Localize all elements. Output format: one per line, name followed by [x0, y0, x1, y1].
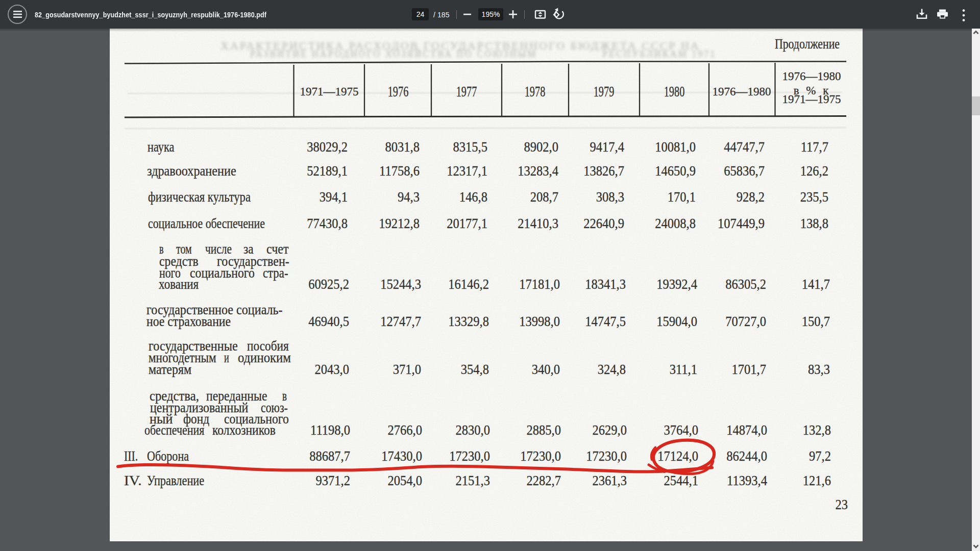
svg-text:132,8: 132,8	[803, 422, 831, 438]
svg-text:1976—1980: 1976—1980	[782, 70, 841, 83]
svg-text:19392,4: 19392,4	[656, 277, 697, 292]
svg-text:138,8: 138,8	[800, 216, 828, 231]
svg-text:IV.: IV.	[124, 472, 142, 488]
svg-text:20177,1: 20177,1	[447, 216, 487, 231]
svg-text:12317,1: 12317,1	[447, 163, 487, 179]
svg-text:146,8: 146,8	[459, 189, 487, 205]
svg-text:8902,0: 8902,0	[524, 139, 558, 155]
svg-text:Продолжение: Продолжение	[775, 36, 840, 51]
svg-text:14874,0: 14874,0	[726, 422, 767, 438]
svg-text:21410,3: 21410,3	[518, 216, 558, 231]
svg-text:17230,0: 17230,0	[520, 448, 561, 464]
svg-text:11198,0: 11198,0	[310, 422, 350, 438]
svg-text:ное страхование: ное страхование	[146, 313, 231, 329]
svg-text:10081,0: 10081,0	[655, 139, 696, 155]
svg-text:2151,3: 2151,3	[455, 473, 490, 488]
svg-text:15904,0: 15904,0	[656, 314, 697, 329]
svg-text:70727,0: 70727,0	[725, 314, 766, 329]
svg-text:13998,0: 13998,0	[519, 314, 560, 329]
svg-text:2282,7: 2282,7	[526, 473, 561, 488]
svg-text:1980: 1980	[664, 84, 685, 99]
svg-text:11393,4: 11393,4	[727, 473, 767, 488]
svg-text:9371,2: 9371,2	[315, 473, 350, 488]
svg-text:III.: III.	[124, 448, 138, 463]
svg-text:РАЗВИТИЕ НАРОДНОГО ХОЗЯЙСТВА П: РАЗВИТИЕ НАРОДНОГО ХОЗЯЙСТВА ПО СОЮЗНЫМ	[250, 49, 537, 59]
svg-text:88687,7: 88687,7	[309, 448, 350, 464]
svg-text:колхозников: колхозников	[212, 422, 276, 438]
svg-text:здравоохранение: здравоохранение	[147, 163, 236, 179]
svg-text:86305,2: 86305,2	[725, 277, 766, 292]
svg-text:8031,8: 8031,8	[385, 139, 420, 155]
svg-text:11758,6: 11758,6	[379, 163, 420, 179]
svg-text:86244,0: 86244,0	[726, 448, 767, 464]
svg-text:928,2: 928,2	[737, 189, 765, 205]
svg-text:22640,9: 22640,9	[583, 216, 624, 231]
svg-text:117,7: 117,7	[801, 139, 828, 155]
svg-text:14747,5: 14747,5	[585, 314, 626, 329]
svg-text:97,2: 97,2	[809, 448, 831, 464]
svg-text:208,7: 208,7	[530, 189, 558, 205]
svg-text:наука: наука	[148, 139, 174, 155]
svg-text:19212,8: 19212,8	[379, 216, 420, 231]
svg-text:235,5: 235,5	[800, 189, 828, 205]
svg-text:44747,7: 44747,7	[724, 139, 765, 155]
svg-text:65836,7: 65836,7	[724, 163, 765, 179]
svg-text:12747,7: 12747,7	[380, 314, 421, 329]
svg-text:94,3: 94,3	[398, 189, 420, 205]
svg-text:13329,8: 13329,8	[448, 314, 489, 329]
svg-text:340,0: 340,0	[532, 362, 560, 377]
svg-text:121,6: 121,6	[803, 473, 831, 488]
svg-text:83,3: 83,3	[808, 362, 830, 377]
svg-text:17230,0: 17230,0	[586, 448, 627, 464]
svg-text:одиноким: одиноким	[238, 349, 291, 366]
svg-text:107449,9: 107449,9	[718, 216, 765, 231]
svg-text:13283,4: 13283,4	[518, 163, 558, 179]
svg-text:социального: социального	[190, 265, 255, 281]
svg-text:46940,5: 46940,5	[308, 314, 349, 329]
svg-text:18341,3: 18341,3	[585, 277, 626, 292]
svg-text:38029,2: 38029,2	[307, 139, 348, 155]
svg-text:324,8: 324,8	[598, 362, 626, 377]
svg-text:2043,0: 2043,0	[314, 362, 349, 377]
svg-text:17181,0: 17181,0	[519, 277, 560, 292]
svg-text:13826,7: 13826,7	[583, 163, 624, 179]
svg-text:17124,0: 17124,0	[657, 448, 698, 464]
svg-text:354,8: 354,8	[461, 362, 489, 377]
svg-text:1976—1980: 1976—1980	[713, 85, 771, 98]
svg-text:9417,4: 9417,4	[590, 139, 624, 155]
svg-text:16146,2: 16146,2	[448, 277, 489, 292]
svg-text:физическая культура: физическая культура	[148, 189, 251, 205]
svg-text:141,7: 141,7	[802, 277, 830, 292]
svg-text:17230,0: 17230,0	[449, 448, 490, 464]
svg-text:150,7: 150,7	[802, 314, 830, 329]
svg-text:311,1: 311,1	[670, 362, 697, 377]
svg-text:хования: хования	[159, 276, 199, 292]
svg-text:2361,3: 2361,3	[592, 473, 627, 488]
svg-text:15244,3: 15244,3	[380, 277, 421, 292]
svg-text:2830,0: 2830,0	[455, 422, 490, 438]
svg-text:23: 23	[835, 497, 848, 512]
svg-text:8315,5: 8315,5	[453, 139, 487, 155]
svg-text:Оборона: Оборона	[147, 448, 189, 464]
svg-text:24008,8: 24008,8	[655, 216, 696, 231]
svg-text:126,2: 126,2	[800, 163, 828, 179]
svg-text:308,3: 308,3	[596, 189, 624, 205]
svg-text:371,0: 371,0	[393, 362, 421, 377]
svg-text:обеспечения: обеспечения	[144, 422, 205, 438]
svg-text:60925,2: 60925,2	[308, 277, 349, 292]
svg-text:2054,0: 2054,0	[387, 473, 422, 488]
svg-text:2766,0: 2766,0	[387, 422, 422, 438]
svg-text:2629,0: 2629,0	[592, 422, 627, 438]
svg-text:1971—1975: 1971—1975	[300, 85, 359, 98]
svg-text:170,1: 170,1	[668, 189, 696, 205]
svg-text:матерям: матерям	[149, 361, 191, 377]
svg-text:17430,0: 17430,0	[381, 448, 422, 464]
svg-text:3764,0: 3764,0	[664, 422, 698, 438]
svg-text:1971—1975: 1971—1975	[782, 93, 841, 106]
svg-text:1701,7: 1701,7	[731, 362, 766, 377]
svg-text:Управление: Управление	[147, 472, 204, 488]
svg-text:РЕСПУБЛИКАМ 1971: РЕСПУБЛИКАМ 1971	[602, 49, 716, 59]
svg-text:2885,0: 2885,0	[526, 422, 561, 438]
svg-text:1979: 1979	[594, 84, 615, 99]
svg-text:2544,1: 2544,1	[664, 473, 698, 488]
